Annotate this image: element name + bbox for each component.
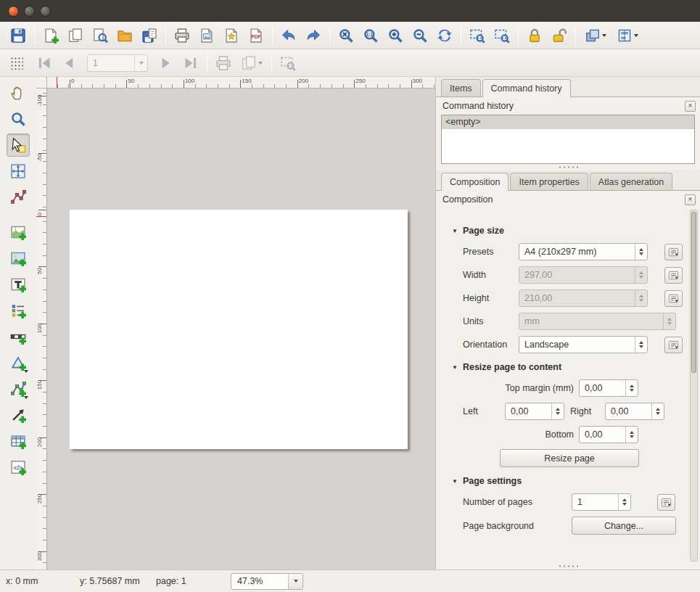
- atlas-previous-feature-button[interactable]: [57, 52, 81, 75]
- zoom-100-button[interactable]: [358, 24, 383, 47]
- add-label-button[interactable]: [7, 273, 30, 296]
- redo-button[interactable]: [301, 24, 326, 47]
- add-node-item-button[interactable]: [7, 377, 30, 400]
- presets-data-defined-button[interactable]: [664, 244, 683, 260]
- resize-page-group-header[interactable]: ▼ Resize page to content: [452, 362, 700, 372]
- save-button[interactable]: [6, 24, 30, 47]
- pan-tool-button[interactable]: [7, 81, 30, 104]
- panel-vertical-scrollbar[interactable]: [690, 210, 698, 562]
- atlas-page-number-input[interactable]: 1: [87, 54, 148, 72]
- new-composition-button[interactable]: [38, 24, 63, 47]
- toolbar-drag-handle[interactable]: [10, 57, 23, 70]
- zoom-out-button[interactable]: [408, 24, 432, 47]
- select-move-item-tool-button[interactable]: [7, 133, 30, 157]
- zoom-tool-button[interactable]: [7, 107, 30, 131]
- spin-arrows[interactable]: [625, 380, 638, 396]
- raise-items-icon: [585, 28, 601, 44]
- window-close-button[interactable]: [8, 6, 19, 17]
- export-as-pdf-button[interactable]: [244, 24, 268, 47]
- composition-canvas[interactable]: [47, 89, 435, 570]
- add-image-button[interactable]: [7, 247, 30, 270]
- window-maximize-button[interactable]: [40, 6, 51, 17]
- dock-splitter[interactable]: [436, 563, 700, 570]
- save-as-template-button[interactable]: [137, 24, 162, 47]
- dock-splitter[interactable]: [436, 164, 700, 170]
- left-margin-spinbox[interactable]: 0,00: [505, 403, 564, 420]
- command-history-list[interactable]: <empty>: [441, 115, 695, 164]
- tab-items[interactable]: Items: [441, 79, 481, 96]
- spin-arrows[interactable]: [635, 290, 647, 306]
- lock-items-button[interactable]: [522, 24, 547, 47]
- add-legend-button[interactable]: [7, 299, 30, 322]
- atlas-last-feature-button[interactable]: [178, 52, 203, 75]
- zoom-to-region-button[interactable]: [490, 24, 514, 47]
- tab-atlas-generation[interactable]: Atlas generation: [590, 173, 672, 190]
- add-scalebar-button[interactable]: [7, 325, 30, 348]
- page-background-change-button[interactable]: Change...: [572, 517, 676, 535]
- unlock-all-items-button[interactable]: [547, 24, 572, 47]
- move-item-content-tool-button[interactable]: [7, 160, 30, 183]
- right-margin-spinbox[interactable]: 0,00: [605, 403, 664, 420]
- export-as-svg-button[interactable]: [219, 24, 244, 47]
- units-combo[interactable]: mm: [519, 313, 676, 330]
- height-spinbox[interactable]: 210,00: [519, 289, 648, 307]
- composer-manager-button[interactable]: [88, 24, 112, 47]
- orientation-data-defined-button[interactable]: [664, 337, 683, 353]
- width-spinbox[interactable]: 297,00: [519, 266, 648, 284]
- print-button[interactable]: [170, 24, 194, 47]
- align-items-button[interactable]: [612, 24, 643, 47]
- close-dock-button[interactable]: ×: [685, 101, 696, 112]
- resize-page-button[interactable]: Resize page: [500, 449, 639, 467]
- page-size-group-header[interactable]: ▼ Page size: [452, 226, 700, 236]
- tab-command-history[interactable]: Command history: [482, 79, 571, 97]
- zoom-level-combo[interactable]: 47.3%: [231, 573, 303, 590]
- print-atlas-button[interactable]: [211, 52, 236, 75]
- edit-nodes-item-tool-button[interactable]: [7, 186, 30, 209]
- atlas-next-feature-button[interactable]: [154, 52, 178, 75]
- width-data-defined-button[interactable]: [664, 267, 683, 284]
- add-html-frame-button[interactable]: [7, 456, 30, 479]
- zoom-in-button[interactable]: [383, 24, 408, 47]
- spin-arrows[interactable]: [651, 403, 664, 419]
- number-of-pages-spinbox[interactable]: 1: [572, 493, 631, 511]
- add-attribute-table-button[interactable]: [7, 429, 30, 453]
- tab-composition[interactable]: Composition: [441, 173, 508, 191]
- duplicate-composition-button[interactable]: [63, 24, 88, 47]
- page-settings-group-header[interactable]: ▼ Page settings: [452, 476, 700, 486]
- add-new-map-button[interactable]: [7, 221, 30, 244]
- zoom-to-selection-button[interactable]: [465, 24, 490, 47]
- bottom-margin-spinbox[interactable]: 0,00: [579, 426, 638, 443]
- orientation-combo[interactable]: Landscape: [519, 336, 648, 353]
- atlas-first-feature-button[interactable]: [32, 52, 57, 75]
- raise-items-button[interactable]: [580, 24, 612, 47]
- spin-arrows[interactable]: [618, 494, 630, 510]
- combo-arrows[interactable]: [635, 337, 647, 353]
- add-shape-button[interactable]: [7, 351, 30, 374]
- chevron-down-icon: [630, 435, 634, 438]
- spin-arrows[interactable]: [551, 403, 564, 419]
- tab-item-properties[interactable]: Item properties: [510, 173, 588, 190]
- atlas-page-dropdown[interactable]: [134, 55, 147, 71]
- close-dock-button[interactable]: ×: [685, 194, 696, 205]
- presets-combo[interactable]: A4 (210x297 mm): [519, 243, 648, 260]
- spin-arrows[interactable]: [635, 267, 647, 283]
- spin-arrows[interactable]: [625, 427, 638, 443]
- undo-button[interactable]: [276, 24, 301, 47]
- preview-atlas-button[interactable]: [276, 52, 300, 75]
- composition-page[interactable]: [70, 210, 408, 449]
- add-arrow-button[interactable]: [7, 403, 30, 427]
- scrollbar-thumb[interactable]: [691, 212, 696, 373]
- zoom-dropdown-button[interactable]: [288, 574, 302, 589]
- window-minimize-button[interactable]: [24, 6, 35, 17]
- export-atlas-button[interactable]: [236, 52, 268, 75]
- num-pages-data-defined-button[interactable]: [657, 494, 675, 511]
- command-history-empty-row[interactable]: <empty>: [442, 115, 694, 129]
- height-data-defined-button[interactable]: [664, 290, 683, 307]
- combo-arrows[interactable]: [663, 313, 675, 329]
- combo-arrows[interactable]: [635, 244, 647, 260]
- top-margin-spinbox[interactable]: 0,00: [579, 379, 638, 397]
- load-from-template-button[interactable]: [112, 24, 137, 47]
- refresh-view-button[interactable]: [432, 24, 457, 47]
- export-as-image-button[interactable]: [194, 24, 219, 47]
- zoom-full-button[interactable]: [334, 24, 358, 47]
